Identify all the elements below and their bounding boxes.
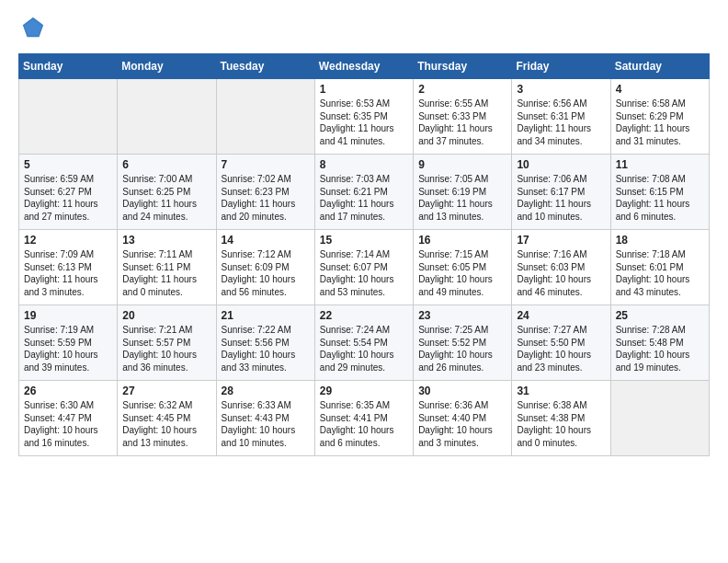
- day-number: 14: [222, 234, 311, 247]
- day-number: 17: [517, 234, 606, 247]
- day-number: 30: [418, 385, 507, 397]
- calendar-cell: 16Sunrise: 7:15 AM Sunset: 6:05 PM Dayli…: [414, 230, 512, 305]
- cell-content: Sunrise: 7:00 AM Sunset: 6:25 PM Dayligh…: [122, 173, 211, 223]
- cell-content: Sunrise: 7:14 AM Sunset: 6:07 PM Dayligh…: [320, 248, 409, 298]
- cell-content: Sunrise: 7:22 AM Sunset: 5:56 PM Dayligh…: [222, 324, 311, 373]
- cell-content: Sunrise: 6:30 AM Sunset: 4:47 PM Dayligh…: [24, 399, 113, 449]
- day-number: 9: [418, 158, 507, 171]
- header-friday: Friday: [512, 54, 610, 79]
- calendar-cell: 8Sunrise: 7:03 AM Sunset: 6:21 PM Daylig…: [314, 155, 413, 230]
- calendar-cell: 23Sunrise: 7:25 AM Sunset: 5:52 PM Dayli…: [414, 305, 512, 381]
- header-monday: Monday: [118, 54, 216, 79]
- calendar-week-1: 1Sunrise: 6:53 AM Sunset: 6:35 PM Daylig…: [19, 79, 710, 155]
- day-number: 15: [320, 234, 409, 247]
- calendar-cell: 19Sunrise: 7:19 AM Sunset: 5:59 PM Dayli…: [19, 305, 118, 381]
- cell-content: Sunrise: 6:38 AM Sunset: 4:38 PM Dayligh…: [517, 399, 606, 449]
- calendar-cell: 21Sunrise: 7:22 AM Sunset: 5:56 PM Dayli…: [216, 305, 314, 381]
- day-number: 11: [616, 158, 705, 171]
- day-number: 8: [320, 158, 409, 171]
- calendar-cell: 2Sunrise: 6:55 AM Sunset: 6:33 PM Daylig…: [414, 79, 512, 155]
- calendar-cell: 31Sunrise: 6:38 AM Sunset: 4:38 PM Dayli…: [512, 381, 610, 456]
- calendar-cell: [610, 381, 709, 456]
- calendar-cell: 1Sunrise: 6:53 AM Sunset: 6:35 PM Daylig…: [314, 79, 413, 155]
- day-number: 28: [222, 385, 311, 397]
- header-thursday: Thursday: [414, 54, 512, 79]
- header: [18, 15, 710, 44]
- day-number: 5: [24, 158, 113, 171]
- cell-content: Sunrise: 7:24 AM Sunset: 5:54 PM Dayligh…: [320, 324, 409, 373]
- day-number: 18: [616, 234, 705, 247]
- calendar-cell: [216, 79, 314, 155]
- calendar-cell: 26Sunrise: 6:30 AM Sunset: 4:47 PM Dayli…: [19, 381, 118, 456]
- cell-content: Sunrise: 7:25 AM Sunset: 5:52 PM Dayligh…: [418, 324, 507, 373]
- day-number: 13: [122, 234, 211, 247]
- calendar-cell: 12Sunrise: 7:09 AM Sunset: 6:13 PM Dayli…: [19, 230, 118, 305]
- day-number: 31: [517, 385, 606, 397]
- calendar-cell: 25Sunrise: 7:28 AM Sunset: 5:48 PM Dayli…: [610, 305, 709, 381]
- day-number: 19: [24, 309, 113, 322]
- calendar-week-4: 19Sunrise: 7:19 AM Sunset: 5:59 PM Dayli…: [19, 305, 710, 381]
- cell-content: Sunrise: 6:33 AM Sunset: 4:43 PM Dayligh…: [222, 399, 311, 449]
- cell-content: Sunrise: 6:56 AM Sunset: 6:31 PM Dayligh…: [517, 98, 606, 147]
- day-number: 10: [517, 158, 606, 171]
- calendar-cell: 30Sunrise: 6:36 AM Sunset: 4:40 PM Dayli…: [414, 381, 512, 456]
- logo-icon: [20, 15, 46, 40]
- day-number: 16: [418, 234, 507, 247]
- header-wednesday: Wednesday: [314, 54, 413, 79]
- page: SundayMondayTuesdayWednesdayThursdayFrid…: [0, 0, 728, 471]
- cell-content: Sunrise: 7:15 AM Sunset: 6:05 PM Dayligh…: [418, 248, 507, 298]
- day-number: 7: [222, 158, 311, 171]
- day-number: 20: [122, 309, 211, 322]
- day-number: 2: [418, 83, 507, 96]
- calendar-cell: 11Sunrise: 7:08 AM Sunset: 6:15 PM Dayli…: [610, 155, 709, 230]
- header-tuesday: Tuesday: [216, 54, 314, 79]
- cell-content: Sunrise: 6:36 AM Sunset: 4:40 PM Dayligh…: [418, 399, 507, 449]
- cell-content: Sunrise: 7:28 AM Sunset: 5:48 PM Dayligh…: [616, 324, 705, 373]
- calendar-cell: 17Sunrise: 7:16 AM Sunset: 6:03 PM Dayli…: [512, 230, 610, 305]
- calendar-cell: 9Sunrise: 7:05 AM Sunset: 6:19 PM Daylig…: [414, 155, 512, 230]
- cell-content: Sunrise: 6:53 AM Sunset: 6:35 PM Dayligh…: [320, 98, 409, 147]
- calendar-cell: 14Sunrise: 7:12 AM Sunset: 6:09 PM Dayli…: [216, 230, 314, 305]
- day-number: 4: [616, 83, 705, 96]
- cell-content: Sunrise: 6:32 AM Sunset: 4:45 PM Dayligh…: [122, 399, 211, 449]
- cell-content: Sunrise: 7:05 AM Sunset: 6:19 PM Dayligh…: [418, 173, 507, 223]
- header-sunday: Sunday: [19, 54, 118, 79]
- day-number: 1: [320, 83, 409, 96]
- cell-content: Sunrise: 7:08 AM Sunset: 6:15 PM Dayligh…: [616, 173, 705, 223]
- calendar-cell: 4Sunrise: 6:58 AM Sunset: 6:29 PM Daylig…: [610, 79, 709, 155]
- cell-content: Sunrise: 7:06 AM Sunset: 6:17 PM Dayligh…: [517, 173, 606, 223]
- cell-content: Sunrise: 7:18 AM Sunset: 6:01 PM Dayligh…: [616, 248, 705, 298]
- cell-content: Sunrise: 6:59 AM Sunset: 6:27 PM Dayligh…: [24, 173, 113, 223]
- cell-content: Sunrise: 7:12 AM Sunset: 6:09 PM Dayligh…: [222, 248, 311, 298]
- calendar-cell: 22Sunrise: 7:24 AM Sunset: 5:54 PM Dayli…: [314, 305, 413, 381]
- day-number: 25: [616, 309, 705, 322]
- cell-content: Sunrise: 7:19 AM Sunset: 5:59 PM Dayligh…: [24, 324, 113, 373]
- day-number: 24: [517, 309, 606, 322]
- calendar-cell: 18Sunrise: 7:18 AM Sunset: 6:01 PM Dayli…: [610, 230, 709, 305]
- calendar-cell: [118, 79, 216, 155]
- cell-content: Sunrise: 7:27 AM Sunset: 5:50 PM Dayligh…: [517, 324, 606, 373]
- calendar-cell: 29Sunrise: 6:35 AM Sunset: 4:41 PM Dayli…: [314, 381, 413, 456]
- calendar-cell: [19, 79, 118, 155]
- calendar-week-5: 26Sunrise: 6:30 AM Sunset: 4:47 PM Dayli…: [19, 381, 710, 456]
- day-number: 22: [320, 309, 409, 322]
- cell-content: Sunrise: 7:11 AM Sunset: 6:11 PM Dayligh…: [122, 248, 211, 298]
- cell-content: Sunrise: 7:21 AM Sunset: 5:57 PM Dayligh…: [122, 324, 211, 373]
- day-number: 23: [418, 309, 507, 322]
- cell-content: Sunrise: 7:16 AM Sunset: 6:03 PM Dayligh…: [517, 248, 606, 298]
- day-number: 29: [320, 385, 409, 397]
- calendar-cell: 15Sunrise: 7:14 AM Sunset: 6:07 PM Dayli…: [314, 230, 413, 305]
- calendar-table: SundayMondayTuesdayWednesdayThursdayFrid…: [18, 53, 710, 456]
- calendar-cell: 20Sunrise: 7:21 AM Sunset: 5:57 PM Dayli…: [118, 305, 216, 381]
- calendar-cell: 24Sunrise: 7:27 AM Sunset: 5:50 PM Dayli…: [512, 305, 610, 381]
- day-number: 12: [24, 234, 113, 247]
- calendar-cell: 6Sunrise: 7:00 AM Sunset: 6:25 PM Daylig…: [118, 155, 216, 230]
- day-number: 3: [517, 83, 606, 96]
- calendar-header-row: SundayMondayTuesdayWednesdayThursdayFrid…: [19, 54, 710, 79]
- calendar-cell: 13Sunrise: 7:11 AM Sunset: 6:11 PM Dayli…: [118, 230, 216, 305]
- cell-content: Sunrise: 6:55 AM Sunset: 6:33 PM Dayligh…: [418, 98, 507, 147]
- calendar-cell: 27Sunrise: 6:32 AM Sunset: 4:45 PM Dayli…: [118, 381, 216, 456]
- cell-content: Sunrise: 7:09 AM Sunset: 6:13 PM Dayligh…: [24, 248, 113, 298]
- cell-content: Sunrise: 7:02 AM Sunset: 6:23 PM Dayligh…: [222, 173, 311, 223]
- logo: [18, 15, 46, 44]
